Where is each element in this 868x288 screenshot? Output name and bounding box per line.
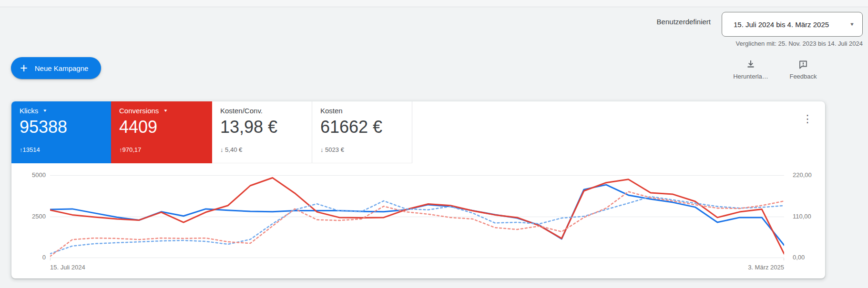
- overflow-menu-button[interactable]: ⋮: [802, 114, 813, 124]
- plus-icon: +: [20, 58, 28, 79]
- scorecard-klicks-delta: ↑13514: [20, 146, 111, 153]
- chevron-down-icon: ▼: [42, 109, 47, 113]
- google-ads-overview-page: { "header": { "range_type_label": "Benut…: [0, 0, 868, 288]
- overview-chart-card: Klicks ▼ 95388 ↑13514 Conversions ▼ 4409…: [11, 101, 825, 278]
- download-icon: [745, 59, 756, 70]
- scorecard-kosten-conv-value: 13,98 €: [220, 117, 312, 137]
- chart-line-klicks-vergleich: [50, 197, 784, 254]
- chart-line-conversions: [50, 178, 784, 254]
- scorecard-conversions[interactable]: Conversions ▼ 4409 ↑970,17: [111, 101, 212, 163]
- y-left-tick-5000: 5000: [11, 171, 46, 179]
- feedback-icon: [798, 59, 808, 70]
- scorecard-klicks-value: 95388: [20, 117, 111, 137]
- scorecard-kosten-delta: ↓ 5023 €: [320, 146, 412, 153]
- scorecard-kosten-conv-label: Kosten/Conv.: [220, 107, 263, 115]
- scorecard-kosten-conv[interactable]: Kosten/Conv. 13,98 € ↓ 5,40 €: [212, 101, 312, 163]
- chevron-down-icon: ▼: [849, 22, 855, 27]
- date-range-type-label: Benutzerdefiniert: [657, 18, 711, 26]
- date-range-select[interactable]: 15. Juli 2024 bis 4. März 2025 ▼: [722, 12, 863, 37]
- y-right-tick-110: 110,00: [793, 213, 811, 220]
- chart-line-conversions-vergleich: [50, 192, 784, 257]
- scorecard-klicks-label: Klicks: [20, 107, 38, 115]
- scorecard-conversions-delta: ↑970,17: [119, 146, 212, 153]
- y-right-tick-0: 0,00: [793, 254, 805, 261]
- top-divider: [0, 0, 868, 7]
- scorecard-kosten-value: 61662 €: [320, 117, 412, 137]
- scorecard-kosten-conv-delta: ↓ 5,40 €: [220, 146, 312, 153]
- download-label: Herunterla…: [727, 73, 775, 80]
- feedback-label: Feedback: [779, 73, 827, 80]
- comparison-range-text: Verglichen mit: 25. Nov. 2023 bis 14. Ju…: [736, 40, 863, 47]
- download-button[interactable]: Herunterla…: [727, 59, 775, 80]
- scorecard-row: Klicks ▼ 95388 ↑13514 Conversions ▼ 4409…: [11, 101, 412, 163]
- new-campaign-button[interactable]: + Neue Kampagne: [11, 57, 101, 79]
- x-axis-label-end: 3. März 2025: [748, 264, 784, 271]
- timeseries-chart-plot[interactable]: [50, 173, 784, 261]
- scorecard-conversions-value: 4409: [119, 117, 212, 137]
- new-campaign-label: Neue Kampagne: [35, 64, 89, 72]
- date-range-value: 15. Juli 2024 bis 4. März 2025: [734, 20, 829, 29]
- y-left-tick-0: 0: [11, 254, 46, 261]
- scorecard-kosten-label: Kosten: [320, 107, 343, 115]
- y-left-tick-2500: 2500: [11, 213, 46, 220]
- feedback-button[interactable]: Feedback: [779, 59, 827, 80]
- scorecard-conversions-label: Conversions: [119, 107, 159, 115]
- scorecard-klicks[interactable]: Klicks ▼ 95388 ↑13514: [11, 101, 111, 163]
- chart-line-klicks: [50, 185, 784, 245]
- y-right-tick-220: 220,00: [793, 171, 812, 179]
- scorecard-kosten[interactable]: Kosten 61662 € ↓ 5023 €: [312, 101, 412, 163]
- chevron-down-icon: ▼: [163, 109, 168, 113]
- x-axis-label-start: 15. Juli 2024: [50, 264, 85, 271]
